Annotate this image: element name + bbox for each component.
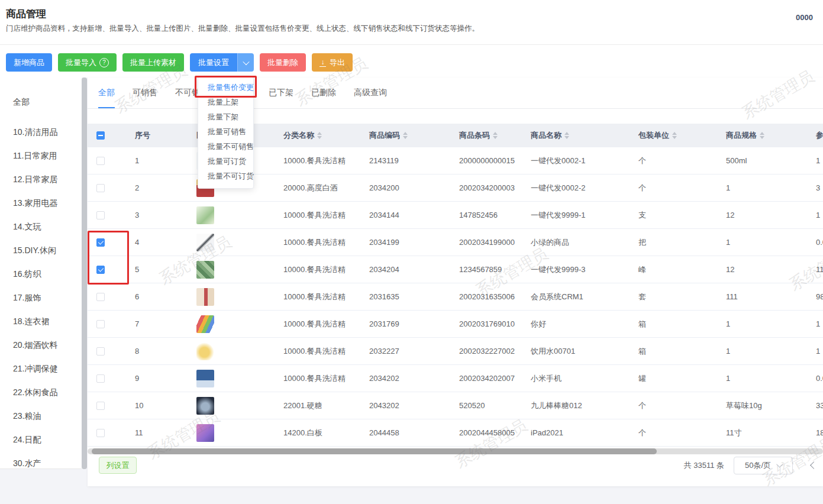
sidebar-item-category[interactable]: 15.DIY.休闲	[0, 238, 82, 262]
sidebar-item-category[interactable]: 18.连衣裙	[0, 309, 82, 333]
table-row: 710000.餐具洗洁精20317692002031769010你好箱11	[88, 311, 823, 338]
row-cell: 4	[121, 238, 196, 247]
add-product-button[interactable]: 新增商品	[6, 53, 52, 72]
sort-icon[interactable]	[564, 132, 569, 139]
header-cell: 参考进价	[816, 130, 823, 141]
row-checkbox-cell	[88, 184, 121, 192]
sidebar-item-category[interactable]: 16.纺织	[0, 262, 82, 286]
tab-6[interactable]: 已删除	[311, 77, 336, 108]
dropdown-item[interactable]: 批量上架	[198, 95, 253, 109]
chevron-down-icon	[243, 58, 249, 64]
tab-2[interactable]: 可销售	[133, 77, 157, 108]
row-checkbox[interactable]	[96, 347, 105, 356]
row-cell	[196, 370, 283, 387]
row-cell: 1	[816, 319, 823, 328]
sidebar-item-category[interactable]: 13.家用电器	[0, 191, 82, 215]
batch-upload-material-button[interactable]: 批量上传素材	[122, 53, 184, 72]
row-cell: 套	[638, 292, 726, 302]
sidebar-item-category[interactable]: 17.服饰	[0, 286, 82, 309]
row-cell: 罐	[638, 373, 726, 384]
row-checkbox[interactable]	[96, 293, 105, 301]
row-cell: 12	[726, 211, 816, 219]
dropdown-item[interactable]: 批量下架	[198, 109, 253, 124]
column-settings-button[interactable]: 列设置	[99, 457, 137, 474]
header-cell: 包装单位	[638, 130, 726, 141]
sort-icon[interactable]	[403, 132, 408, 139]
row-cell: 1234567859	[459, 265, 531, 274]
row-cell: 2034200	[369, 183, 459, 192]
sidebar-item-category[interactable]: 24.日配	[0, 428, 82, 451]
sidebar-item-category[interactable]: 22.休闲食品	[0, 380, 82, 404]
row-checkbox[interactable]	[96, 157, 105, 165]
sort-icon[interactable]	[317, 132, 322, 139]
row-cell: 箱	[638, 319, 726, 329]
batch-settings-label: 批量设置	[198, 57, 229, 68]
row-cell: 会员系统CRM1	[531, 292, 638, 302]
prev-page-button[interactable]	[809, 461, 817, 470]
row-checkbox[interactable]	[96, 266, 105, 274]
sidebar-scrollbar[interactable]	[82, 77, 87, 469]
tab-1[interactable]: 全部	[98, 77, 115, 108]
row-cell: 个	[638, 400, 726, 411]
sort-icon[interactable]	[672, 132, 677, 139]
header-cell: 商品条码	[459, 130, 531, 141]
sidebar-item-category[interactable]: 12.日常家居	[0, 167, 82, 191]
table-row: 310000.餐具洗洁精2034144147852456一键代发9999-1支1…	[88, 202, 823, 229]
sidebar-item-category[interactable]: 10.清洁用品	[0, 120, 82, 144]
category-sidebar: 全部10.清洁用品11.日常家用12.日常家居13.家用电器14.文玩15.DI…	[0, 77, 82, 469]
batch-import-button[interactable]: 批量导入	[58, 53, 117, 72]
tab-5[interactable]: 已下架	[269, 77, 293, 108]
row-checkbox[interactable]	[96, 374, 105, 383]
row-cell: 10000.餐具洗洁精	[283, 346, 369, 357]
row-checkbox[interactable]	[96, 402, 105, 410]
header-cell: 商品名称	[531, 130, 638, 141]
sidebar-item-category[interactable]: 30.水产	[0, 451, 82, 469]
row-cell: 520520	[459, 401, 531, 410]
row-checkbox[interactable]	[96, 211, 105, 219]
dropdown-item[interactable]: 批量不可销售	[198, 139, 253, 154]
page-size-select[interactable]: 50条/页	[734, 457, 793, 474]
row-checkbox-cell	[88, 238, 121, 247]
sidebar-item-category[interactable]: 14.文玩	[0, 215, 82, 238]
column-label: 序号	[135, 130, 150, 141]
batch-settings-arrow-button[interactable]	[238, 53, 254, 72]
sidebar-item-category[interactable]: 23.粮油	[0, 404, 82, 428]
dropdown-item[interactable]: 批量可订货	[198, 154, 253, 169]
row-cell: 1	[726, 238, 816, 247]
sidebar-item-category[interactable]: 11.日常家用	[0, 144, 82, 167]
row-cell: 个	[638, 428, 726, 438]
dropdown-item[interactable]: 批量可销售	[198, 124, 253, 139]
row-checkbox-cell	[88, 266, 121, 274]
horizontal-scrollbar-track[interactable]	[88, 448, 823, 454]
product-image	[196, 206, 214, 224]
row-cell: 10000.餐具洗洁精	[283, 373, 369, 384]
row-cell: 2002034202007	[459, 374, 531, 383]
row-checkbox[interactable]	[96, 429, 105, 437]
row-checkbox[interactable]	[96, 238, 105, 247]
dropdown-item[interactable]: 批量售价变更	[198, 80, 253, 95]
row-cell: 147852456	[459, 211, 531, 219]
sort-icon[interactable]	[760, 132, 764, 139]
row-cell: 0.01	[816, 374, 823, 383]
select-all-checkbox[interactable]	[96, 131, 105, 140]
row-checkbox[interactable]	[96, 320, 105, 328]
row-cell: 2034199	[369, 238, 459, 247]
batch-delete-label: 批量删除	[267, 57, 298, 68]
horizontal-scrollbar-thumb[interactable]	[92, 448, 657, 454]
batch-delete-button[interactable]: 批量删除	[260, 53, 306, 72]
sidebar-item-category[interactable]: 20.烟酒饮料	[0, 333, 82, 357]
row-checkbox[interactable]	[96, 184, 105, 192]
export-button[interactable]: 导出	[312, 53, 353, 72]
sidebar-item-category[interactable]: 21.冲调保健	[0, 357, 82, 380]
total-count: 共 33511 条	[684, 460, 724, 471]
top-right-text: 0000	[796, 13, 823, 22]
batch-settings-button[interactable]: 批量设置	[190, 53, 238, 72]
row-cell: 2002044458005	[459, 428, 531, 437]
row-cell: 个	[638, 156, 726, 166]
sort-icon[interactable]	[493, 132, 498, 139]
batch-import-label: 批量导入	[66, 57, 96, 68]
dropdown-item[interactable]: 批量不可订货	[198, 169, 253, 183]
tab-7[interactable]: 高级查询	[354, 77, 387, 108]
row-checkbox-cell	[88, 293, 121, 301]
sidebar-item-category[interactable]: 全部	[0, 90, 82, 114]
